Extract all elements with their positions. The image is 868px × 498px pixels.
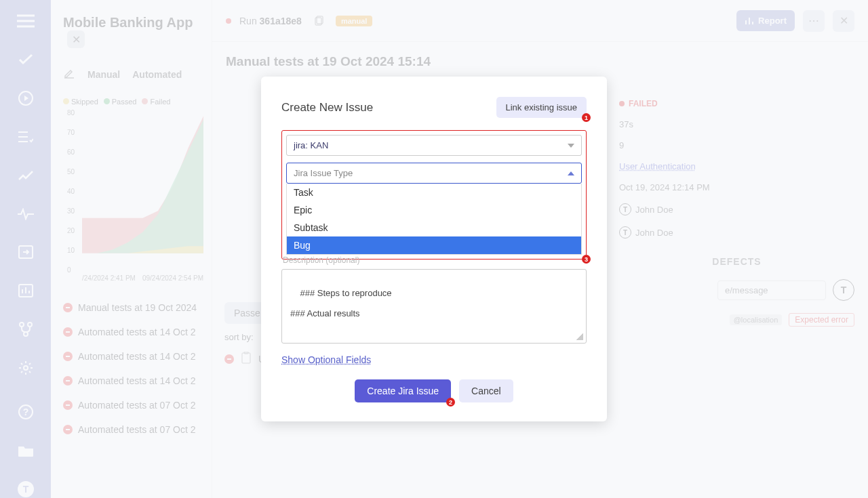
- project-select[interactable]: jira: KAN: [286, 135, 582, 156]
- description-label-cut: Description (optional): [283, 255, 359, 265]
- annotation-badge-2: 2: [446, 398, 455, 407]
- modal-title: Create New Issue: [281, 101, 373, 115]
- annotation-badge-3: 3: [582, 255, 591, 264]
- option-epic[interactable]: Epic: [287, 201, 581, 219]
- highlighted-region: jira: KAN Jira Issue Type Task Epic Subt…: [281, 130, 587, 260]
- option-bug[interactable]: Bug: [287, 236, 581, 254]
- description-textarea[interactable]: ### Steps to reproduce ### Actual result…: [281, 269, 587, 344]
- cancel-button[interactable]: Cancel: [459, 379, 513, 402]
- option-task[interactable]: Task: [287, 184, 581, 201]
- create-issue-modal: Create New Issue Link existing issue 1 j…: [261, 77, 607, 421]
- issue-type-dropdown: Task Epic Subtask Bug: [286, 184, 582, 255]
- annotation-badge-1: 1: [582, 113, 591, 122]
- description-content: ### Steps to reproduce ### Actual result…: [290, 288, 392, 318]
- resize-handle-icon[interactable]: [576, 333, 583, 340]
- link-existing-button[interactable]: Link existing issue 1: [496, 97, 587, 118]
- chevron-down-icon: [568, 144, 574, 148]
- issue-type-select[interactable]: Jira Issue Type: [286, 163, 582, 184]
- create-issue-button[interactable]: Create Jira Issue 2: [355, 379, 451, 402]
- option-subtask[interactable]: Subtask: [287, 219, 581, 236]
- project-value: jira: KAN: [294, 140, 328, 150]
- issue-type-placeholder: Jira Issue Type: [294, 168, 353, 178]
- chevron-up-icon: [568, 171, 574, 175]
- show-optional-link[interactable]: Show Optional Fields: [281, 354, 371, 365]
